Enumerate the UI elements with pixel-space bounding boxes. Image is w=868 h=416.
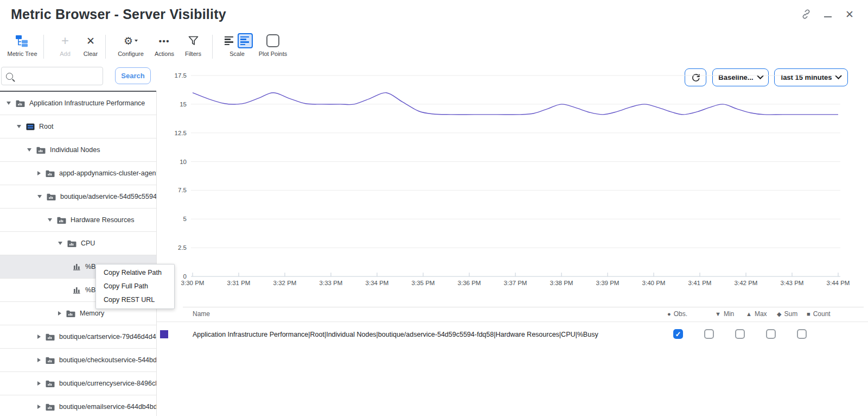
tree-row[interactable]: Application Infrastructure Performance xyxy=(0,92,156,115)
toolbar-item-label: Configure xyxy=(118,51,144,57)
legend-checkbox-min[interactable] xyxy=(704,329,714,339)
tree-row[interactable]: CPU xyxy=(0,232,156,255)
caret-icon[interactable] xyxy=(7,102,11,105)
legend-column-glyph: ● xyxy=(667,311,671,317)
caret-icon[interactable] xyxy=(37,405,41,409)
folder-icon xyxy=(66,310,75,317)
caret-icon[interactable] xyxy=(58,311,61,316)
tree-item-label: Hardware Resources xyxy=(71,216,134,224)
caret-icon[interactable] xyxy=(37,358,41,362)
plot-points-toggle[interactable]: Plot Points xyxy=(256,31,290,62)
search-button[interactable]: Search xyxy=(115,67,151,84)
context-menu-item[interactable]: Copy Full Path xyxy=(96,280,174,293)
folder-icon xyxy=(16,100,25,107)
window-controls: ✕ xyxy=(800,8,856,21)
svg-text:3:37 PM: 3:37 PM xyxy=(504,280,527,286)
svg-text:3:40 PM: 3:40 PM xyxy=(642,280,666,286)
context-menu-item[interactable]: Copy Relative Path xyxy=(96,266,174,280)
toolbar-item-label: Add xyxy=(60,51,71,57)
clear-button[interactable]: ✕ Clear xyxy=(78,31,104,62)
toolbar-separator xyxy=(43,35,44,59)
context-menu-item[interactable]: Copy REST URL xyxy=(96,293,174,307)
configure-button[interactable]: ⚙ Configure xyxy=(113,31,149,62)
tree-item-label: boutique/emailservice-644db4bdf8-lc xyxy=(59,403,156,411)
folder-icon xyxy=(47,193,56,200)
panel-divider xyxy=(156,91,157,416)
link-icon[interactable] xyxy=(800,8,813,21)
metric-tree-icon xyxy=(15,31,29,50)
search-input[interactable] xyxy=(16,72,98,80)
svg-text:10: 10 xyxy=(180,159,187,165)
caret-icon[interactable] xyxy=(48,218,52,222)
legend-column-glyph: ■ xyxy=(807,311,810,317)
context-menu: Copy Relative PathCopy Full PathCopy RES… xyxy=(95,264,175,309)
svg-text:3:32 PM: 3:32 PM xyxy=(273,280,297,286)
tree-row[interactable]: boutique/emailservice-644db4bdf8-lc xyxy=(0,395,156,416)
close-icon[interactable]: ✕ xyxy=(843,8,856,21)
scale-toggle[interactable]: Scale xyxy=(220,31,254,62)
folder-icon xyxy=(46,380,55,387)
page-title: Metric Browser - Server Visibility xyxy=(11,7,226,22)
filters-button[interactable]: Filters xyxy=(180,31,207,62)
caret-icon[interactable] xyxy=(17,125,21,128)
legend-checkbox-max[interactable] xyxy=(735,329,745,339)
tree-row[interactable]: boutique/currencyservice-8496cb5c7 xyxy=(0,372,156,395)
tree-row[interactable]: Root xyxy=(0,115,156,138)
legend-column-header-min: ▼Min xyxy=(715,310,734,318)
metric-tree-button[interactable]: Metric Tree xyxy=(4,31,40,62)
legend-checkbox-obs[interactable]: ✓ xyxy=(673,329,683,339)
tree-item-label: CPU xyxy=(81,239,95,247)
legend-column-glyph: ▲ xyxy=(746,311,752,317)
legend-column-header-obs: ●Obs. xyxy=(667,310,687,318)
x-icon: ✕ xyxy=(86,31,95,50)
scale-right-icon[interactable] xyxy=(238,34,252,48)
scale-left-icon[interactable] xyxy=(222,34,237,48)
tree-row[interactable]: appd-appdynamics-cluster-agent-app xyxy=(0,162,156,185)
tree-row[interactable]: Hardware Resources xyxy=(0,209,156,232)
caret-icon[interactable] xyxy=(27,148,31,152)
caret-icon[interactable] xyxy=(37,381,41,386)
svg-text:3:42 PM: 3:42 PM xyxy=(735,280,758,286)
legend-column-header-count: ■Count xyxy=(807,310,831,318)
series-color-swatch xyxy=(160,330,168,338)
toolbar-item-label: Clear xyxy=(84,51,98,57)
tree-item-label: Application Infrastructure Performance xyxy=(29,99,145,107)
folder-icon xyxy=(46,404,55,411)
search-box xyxy=(1,67,103,85)
tree-item-label: boutique/cartservice-79d46d4d46-9b xyxy=(59,333,156,341)
tree-item-label: Root xyxy=(39,123,53,130)
svg-text:5: 5 xyxy=(183,216,187,222)
scale-toggle-icon xyxy=(222,31,252,50)
tree-row[interactable]: Individual Nodes xyxy=(0,138,156,162)
tree-item-label: boutique/checkoutservice-544bdf649 xyxy=(59,356,156,364)
legend-column-glyph: ◆ xyxy=(777,311,781,318)
metric-line xyxy=(193,93,838,115)
legend-name-column-header: Name xyxy=(193,310,210,318)
checkbox-icon xyxy=(266,31,279,50)
metric-icon xyxy=(73,287,81,294)
caret-icon[interactable] xyxy=(37,335,41,339)
svg-text:3:44 PM: 3:44 PM xyxy=(827,280,850,286)
caret-icon[interactable] xyxy=(37,171,41,175)
tree-row[interactable]: boutique/checkoutservice-544bdf649 xyxy=(0,349,156,372)
folder-icon xyxy=(46,357,55,364)
caret-icon[interactable] xyxy=(37,195,42,198)
legend-checkbox-count[interactable] xyxy=(797,329,807,339)
legend-checkbox-sum[interactable] xyxy=(766,329,776,339)
tree-row[interactable]: boutique/cartservice-79d46d4d46-9b xyxy=(0,325,156,349)
metric-tree: Application Infrastructure Performance R… xyxy=(0,92,156,416)
root-icon xyxy=(26,123,35,130)
svg-text:3:35 PM: 3:35 PM xyxy=(412,280,435,286)
toolbar-item-label: Actions xyxy=(155,51,174,57)
ellipsis-icon: ••• xyxy=(159,31,170,50)
svg-text:15: 15 xyxy=(180,101,187,108)
caret-icon[interactable] xyxy=(58,242,62,245)
actions-button[interactable]: ••• Actions xyxy=(150,31,178,62)
svg-text:3:30 PM: 3:30 PM xyxy=(181,280,205,286)
add-button[interactable]: + Add xyxy=(53,31,78,62)
minimize-icon[interactable] xyxy=(821,8,834,21)
tree-item-label: boutique/adservice-54d59c5594-fdq5 xyxy=(60,193,156,200)
tree-row[interactable]: boutique/adservice-54d59c5594-fdq5 xyxy=(0,185,156,209)
svg-text:3:39 PM: 3:39 PM xyxy=(596,280,620,286)
svg-text:3:34 PM: 3:34 PM xyxy=(366,280,389,286)
